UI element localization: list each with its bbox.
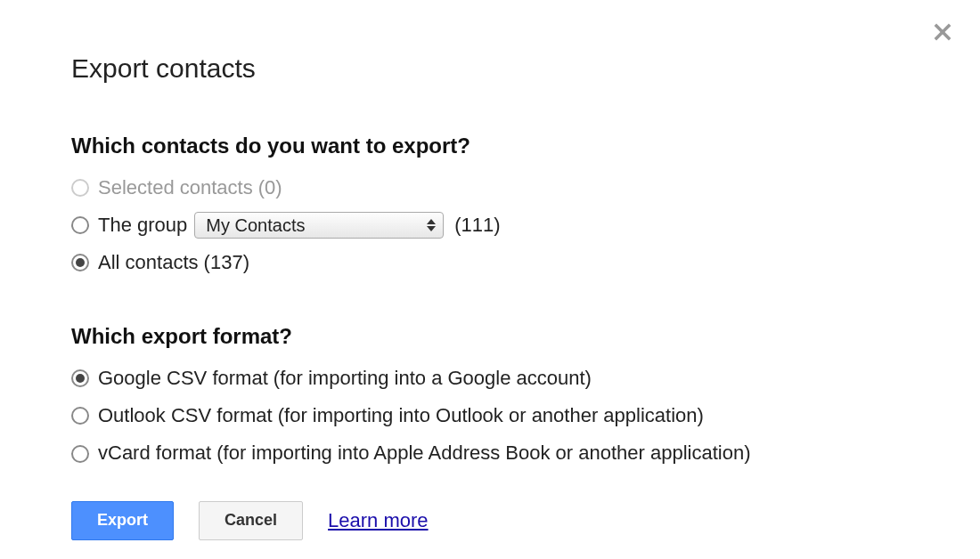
- radio-selected-contacts: [71, 179, 89, 197]
- dialog-title: Export contacts: [71, 53, 980, 84]
- cancel-button[interactable]: Cancel: [199, 501, 303, 540]
- radio-outlook-csv[interactable]: [71, 407, 89, 425]
- button-row: Export Cancel Learn more: [71, 501, 980, 540]
- contacts-scope-section: Which contacts do you want to export? Se…: [71, 134, 980, 278]
- option-google-csv[interactable]: Google CSV format (for importing into a …: [71, 363, 980, 393]
- option-vcard[interactable]: vCard format (for importing into Apple A…: [71, 438, 980, 468]
- group-count: (111): [454, 210, 500, 240]
- group-select[interactable]: My Contacts: [194, 212, 444, 239]
- learn-more-link[interactable]: Learn more: [328, 509, 429, 532]
- option-outlook-csv[interactable]: Outlook CSV format (for importing into O…: [71, 401, 980, 431]
- format-section: Which export format? Google CSV format (…: [71, 324, 980, 468]
- google-csv-label: Google CSV format (for importing into a …: [98, 363, 592, 393]
- stepper-icon: [423, 215, 439, 236]
- group-select-value: My Contacts: [206, 212, 305, 239]
- group-label-prefix: The group: [98, 210, 187, 240]
- radio-all-contacts[interactable]: [71, 254, 89, 271]
- export-contacts-dialog: Export contacts Which contacts do you wa…: [0, 0, 980, 540]
- radio-group[interactable]: [71, 216, 89, 234]
- all-contacts-label: All contacts (137): [98, 247, 249, 278]
- option-all-contacts[interactable]: All contacts (137): [71, 247, 980, 278]
- format-heading: Which export format?: [71, 324, 980, 349]
- radio-vcard[interactable]: [71, 445, 89, 463]
- radio-google-csv[interactable]: [71, 369, 89, 387]
- outlook-csv-label: Outlook CSV format (for importing into O…: [98, 401, 704, 431]
- selected-contacts-label: Selected contacts (0): [98, 173, 282, 203]
- option-selected-contacts: Selected contacts (0): [71, 173, 980, 203]
- close-icon[interactable]: [930, 20, 955, 45]
- option-group[interactable]: The group My Contacts (111): [71, 210, 980, 240]
- vcard-label: vCard format (for importing into Apple A…: [98, 438, 751, 468]
- contacts-heading: Which contacts do you want to export?: [71, 134, 980, 158]
- export-button[interactable]: Export: [71, 501, 174, 540]
